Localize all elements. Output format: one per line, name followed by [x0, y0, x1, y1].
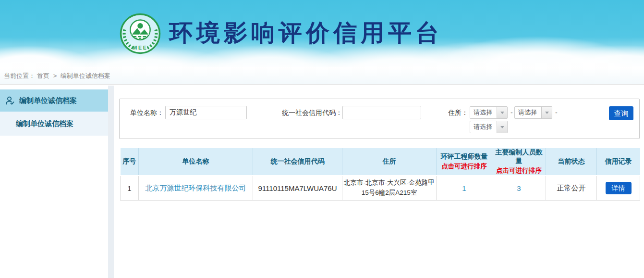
mee-logo-text: MEE [133, 45, 148, 51]
cell-index: 1 [121, 176, 139, 201]
cell-engineer-count: 1 [437, 176, 492, 201]
unit-name-input[interactable] [165, 106, 247, 119]
address-province-value: 请选择 [470, 107, 497, 118]
staff-count-link[interactable]: 3 [517, 184, 521, 192]
unit-name-label: 单位名称： [130, 106, 164, 119]
credit-code-label: 统一社会信用代码： [282, 106, 342, 119]
address-dash: - [510, 106, 513, 119]
breadcrumb-separator: > [53, 72, 57, 79]
cell-credit-record: 详情 [597, 176, 640, 201]
sidebar-item-unit-credit-archive[interactable]: 编制单位诚信档案 [0, 89, 108, 112]
breadcrumb-prefix: 当前位置： [4, 72, 35, 79]
address-city-value: 请选择 [515, 107, 541, 118]
engineer-count-link[interactable]: 1 [462, 184, 466, 192]
sidebar-subitem-unit-credit-archive[interactable]: 编制单位诚信档案 [0, 112, 108, 136]
address-dash: - [555, 106, 558, 119]
col-header-staff-count: 主要编制人员数量 点击可进行排序 [492, 148, 546, 176]
cell-company: 北京万源世纪环保科技有限公司 [139, 176, 253, 201]
cell-staff-count: 3 [492, 176, 546, 201]
user-check-icon [5, 96, 15, 106]
breadcrumb-current: 编制单位诚信档案 [61, 72, 110, 79]
dropdown-button[interactable] [541, 107, 552, 118]
sort-engineer-count[interactable]: 点击可进行排序 [437, 162, 491, 171]
col-header-company: 单位名称 [139, 148, 253, 176]
address-city-select[interactable]: 请选择 [514, 106, 552, 119]
company-link[interactable]: 北京万源世纪环保科技有限公司 [146, 184, 246, 192]
col-header-engineer-count: 环评工程师数量 点击可进行排序 [437, 148, 492, 176]
breadcrumb: 当前位置：首页 > 编制单位诚信档案 [0, 67, 644, 85]
cell-credit-code: 91110115MA7LWUA76U [253, 176, 342, 201]
cell-address: 北京市-北京市-大兴区-金苑路甲15号6幢2层A215室 [342, 176, 437, 201]
search-panel: 单位名称： 统一社会信用代码： 住所： 请选择 - 请选择 - 请选择 查询 [119, 99, 640, 139]
col-header-credit-record: 信用记录 [597, 148, 640, 176]
detail-button[interactable]: 详情 [606, 182, 632, 194]
col-header-status: 当前状态 [546, 148, 597, 176]
mee-logo-icon: MEE [119, 13, 161, 55]
dropdown-button[interactable] [497, 121, 507, 133]
credit-code-input[interactable] [342, 106, 421, 119]
col-header-index: 序号 [121, 148, 139, 176]
query-button[interactable]: 查询 [609, 106, 633, 120]
cell-status: 正常公开 [546, 176, 597, 201]
result-table: 序号 单位名称 统一社会信用代码 住所 环评工程师数量 点击可进行排序 主要编制… [120, 148, 640, 201]
chevron-down-icon [500, 112, 504, 114]
col-header-credit-code: 统一社会信用代码 [253, 148, 342, 176]
address-province-select[interactable]: 请选择 [470, 106, 508, 119]
chevron-down-icon [500, 126, 504, 128]
table-header-row: 序号 单位名称 统一社会信用代码 住所 环评工程师数量 点击可进行排序 主要编制… [121, 148, 640, 176]
site-header: MEE 环境影响评价信用平台 [0, 0, 644, 67]
sort-staff-count[interactable]: 点击可进行排序 [493, 166, 545, 175]
sidebar-item-label: 编制单位诚信档案 [19, 96, 77, 105]
dropdown-button[interactable] [497, 107, 507, 118]
chevron-down-icon [545, 112, 549, 114]
address-label: 住所： [448, 106, 468, 119]
page-title: 环境影响评价信用平台 [169, 21, 443, 45]
address-district-value: 请选择 [470, 121, 497, 133]
breadcrumb-home-link[interactable]: 首页 [37, 72, 49, 79]
sidebar-divider [108, 86, 114, 278]
table-row: 1 北京万源世纪环保科技有限公司 91110115MA7LWUA76U 北京市-… [121, 176, 640, 201]
col-header-address: 住所 [342, 148, 437, 176]
address-district-select[interactable]: 请选择 [470, 121, 508, 133]
